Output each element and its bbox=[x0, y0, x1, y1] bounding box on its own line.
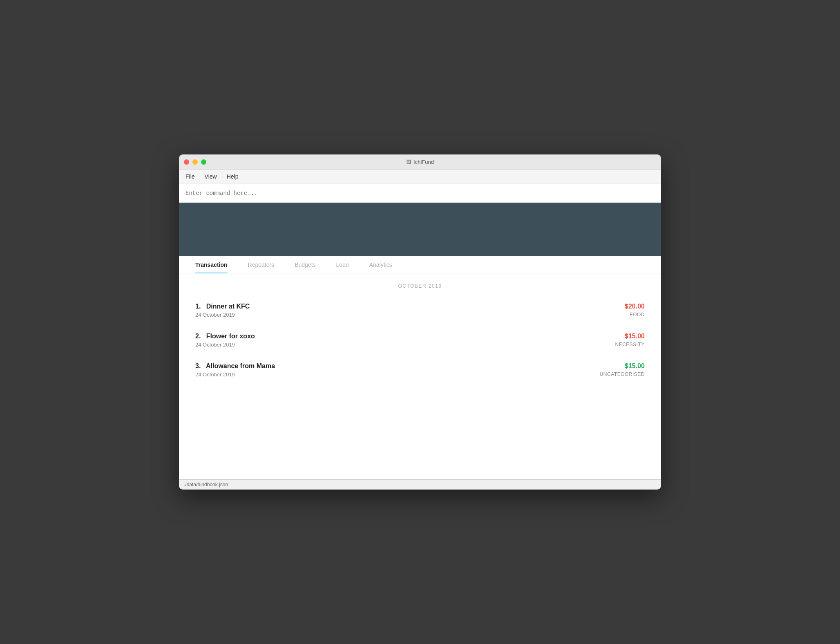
transaction-item[interactable]: 3. Allowance from Mama 24 October 2019 $… bbox=[179, 355, 661, 385]
transaction-right: $15.00 UNCATEGORISED bbox=[600, 362, 645, 377]
transaction-title: 2. Flower for xoxo bbox=[195, 333, 615, 340]
transaction-name: Flower for xoxo bbox=[206, 333, 255, 340]
transaction-left: 3. Allowance from Mama 24 October 2019 bbox=[195, 362, 600, 378]
transaction-title: 3. Allowance from Mama bbox=[195, 362, 600, 370]
command-input[interactable] bbox=[185, 190, 655, 197]
transaction-amount: $20.00 bbox=[625, 303, 645, 310]
window-buttons bbox=[184, 159, 206, 165]
transaction-category: FOOD bbox=[625, 312, 645, 318]
transaction-title: 1. Dinner at KFC bbox=[195, 303, 625, 310]
menu-file[interactable]: File bbox=[184, 172, 197, 181]
transaction-right: $15.00 NECESSITY bbox=[615, 333, 645, 347]
transaction-name: Dinner at KFC bbox=[206, 303, 250, 310]
tab-repeaters[interactable]: Repeaters bbox=[248, 256, 287, 273]
transaction-category: NECESSITY bbox=[615, 342, 645, 347]
tab-loan[interactable]: Loan bbox=[336, 256, 361, 273]
menubar: File View Help bbox=[179, 170, 661, 183]
transaction-amount: $15.00 bbox=[600, 362, 645, 370]
transaction-item[interactable]: 2. Flower for xoxo 24 October 2019 $15.0… bbox=[179, 325, 661, 355]
transaction-index: 2. bbox=[195, 333, 201, 340]
transaction-right: $20.00 FOOD bbox=[625, 303, 645, 318]
minimize-button[interactable] bbox=[192, 159, 198, 165]
month-label: OCTOBER 2019 bbox=[179, 273, 661, 295]
content-area: OCTOBER 2019 1. Dinner at KFC 24 October… bbox=[179, 273, 661, 479]
statusbar-text: ./data/fundbook.json bbox=[184, 482, 228, 487]
transaction-index: 3. bbox=[195, 362, 201, 369]
tab-analytics[interactable]: Analytics bbox=[369, 256, 404, 273]
titlebar-title: 🖼 IchiFund bbox=[406, 159, 434, 165]
menu-view[interactable]: View bbox=[203, 172, 219, 181]
titlebar: 🖼 IchiFund bbox=[179, 154, 661, 170]
transaction-name: Allowance from Mama bbox=[206, 362, 275, 369]
transaction-amount: $15.00 bbox=[615, 333, 645, 340]
transaction-left: 2. Flower for xoxo 24 October 2019 bbox=[195, 333, 615, 348]
transaction-date: 24 October 2019 bbox=[195, 342, 615, 348]
transaction-date: 24 October 2019 bbox=[195, 371, 600, 378]
transaction-left: 1. Dinner at KFC 24 October 2019 bbox=[195, 303, 625, 318]
tabs-container: Transaction Repeaters Budgets Loan Analy… bbox=[179, 256, 661, 273]
app-window: 🖼 IchiFund File View Help Transaction Re… bbox=[179, 154, 661, 490]
menu-help[interactable]: Help bbox=[225, 172, 240, 181]
transaction-item[interactable]: 1. Dinner at KFC 24 October 2019 $20.00 … bbox=[179, 295, 661, 325]
transaction-index: 1. bbox=[195, 303, 201, 310]
tab-budgets[interactable]: Budgets bbox=[295, 256, 328, 273]
statusbar: ./data/fundbook.json bbox=[179, 479, 661, 490]
dark-header bbox=[179, 203, 661, 256]
tab-transaction[interactable]: Transaction bbox=[195, 256, 240, 273]
app-title: IchiFund bbox=[413, 159, 434, 165]
app-icon: 🖼 bbox=[406, 159, 411, 165]
close-button[interactable] bbox=[184, 159, 189, 165]
maximize-button[interactable] bbox=[201, 159, 206, 165]
transaction-category: UNCATEGORISED bbox=[600, 371, 645, 377]
transaction-date: 24 October 2019 bbox=[195, 312, 625, 318]
command-bar bbox=[179, 183, 661, 203]
